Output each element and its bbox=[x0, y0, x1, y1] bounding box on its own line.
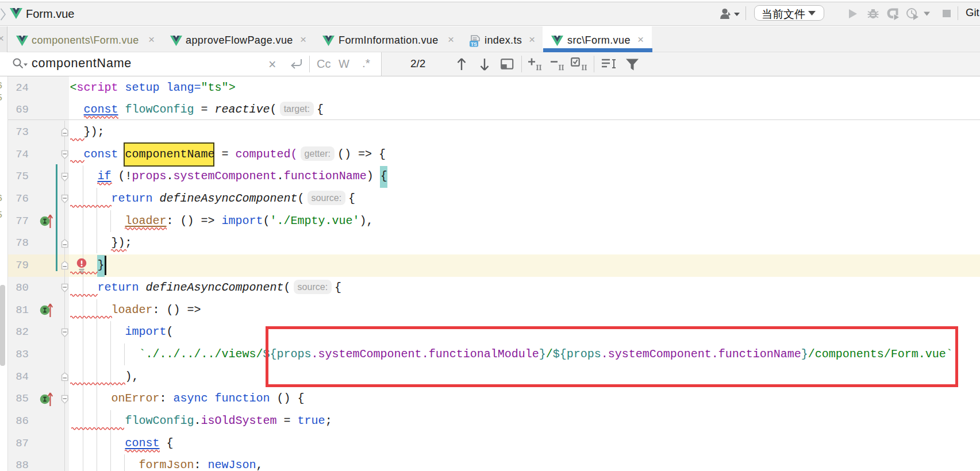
svg-text:TS: TS bbox=[471, 41, 477, 47]
